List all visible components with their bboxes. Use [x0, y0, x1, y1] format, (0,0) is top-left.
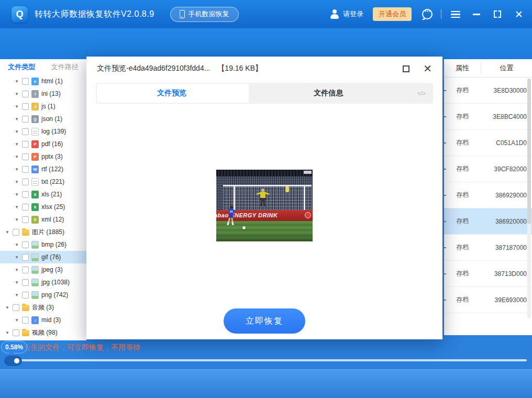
tree-checkbox[interactable]: [13, 329, 19, 336]
table-row[interactable]: 存档 C051A1D0: [444, 130, 532, 156]
expander-icon[interactable]: ▼: [15, 217, 21, 222]
expander-icon[interactable]: ▼: [15, 293, 21, 297]
modal-header: 文件预览-e4da49ad6f2910f3fdd4... 【19.16 KB】 …: [86, 57, 442, 81]
code-view-icon[interactable]: </>: [417, 83, 426, 104]
expander-icon[interactable]: ▼: [15, 104, 21, 109]
tree-checkbox[interactable]: [13, 304, 19, 311]
tree-checkbox[interactable]: [22, 317, 29, 324]
expander-icon[interactable]: ▼: [15, 280, 21, 285]
tree-item[interactable]: ▼ 音频 (3): [0, 301, 86, 314]
table-scrollbar-thumb[interactable]: [527, 79, 531, 224]
tree-checkbox[interactable]: [22, 254, 29, 261]
file-type-icon: i: [31, 90, 39, 98]
tree-item[interactable]: ▼ X xlsx (25): [0, 201, 86, 213]
expander-icon[interactable]: ▼: [15, 154, 21, 159]
minimize-button[interactable]: [473, 14, 480, 15]
scan-progress-handle[interactable]: [4, 356, 22, 366]
expander-icon[interactable]: ▼: [15, 205, 21, 209]
tab-file-path[interactable]: 文件路径: [43, 62, 87, 72]
tab-file-type[interactable]: 文件类型: [0, 62, 43, 72]
table-row[interactable]: 存档 3E8D30000: [444, 78, 532, 104]
tree-checkbox[interactable]: [22, 191, 29, 198]
tree-checkbox[interactable]: [22, 153, 29, 160]
tree-checkbox[interactable]: [22, 103, 29, 110]
expander-icon[interactable]: ▼: [15, 117, 21, 121]
tree-item[interactable]: ▼ {} json (1): [0, 113, 86, 125]
tree-item-label: js (1): [41, 103, 56, 110]
tree-checkbox[interactable]: [22, 241, 29, 248]
tree-checkbox[interactable]: [22, 91, 29, 97]
table-row[interactable]: 存档 38713D000: [444, 261, 532, 287]
table-row[interactable]: 存档 386929000: [444, 182, 532, 208]
scan-progress-badge: 0.58%: [1, 341, 27, 353]
table-row[interactable]: 存档 386920000: [444, 208, 532, 235]
tree-item[interactable]: ▼ gif (76): [0, 251, 86, 263]
expander-icon[interactable]: ▼: [15, 92, 21, 96]
expander-icon[interactable]: ▼: [15, 255, 21, 260]
expander-icon[interactable]: ▼: [5, 330, 12, 335]
tree-item[interactable]: ▼ bmp (26): [0, 238, 86, 251]
file-type-icon: [31, 178, 39, 186]
tree-item[interactable]: ▼ txt (221): [0, 175, 86, 188]
tree-item[interactable]: ▼ 图片 (1885): [0, 226, 86, 238]
expander-icon[interactable]: ▼: [15, 192, 21, 197]
tree-item[interactable]: ▼ ♪ mid (3): [0, 314, 86, 326]
modal-maximize-icon[interactable]: [403, 65, 409, 72]
tree-checkbox[interactable]: [22, 216, 29, 223]
close-button[interactable]: ✕: [515, 9, 523, 19]
tree-checkbox[interactable]: [22, 292, 29, 298]
table-row[interactable]: 存档 3E8BC4000: [444, 104, 532, 130]
expander-icon[interactable]: ▼: [5, 230, 12, 235]
app-title: 转转大师数据恢复软件V2.0.8.9: [35, 9, 154, 20]
expander-icon[interactable]: ▼: [15, 167, 21, 172]
table-row[interactable]: 存档 387187000: [444, 235, 532, 261]
expander-icon[interactable]: ▼: [15, 142, 21, 147]
tree-item[interactable]: ▼ P pdf (16): [0, 138, 86, 150]
customer-service-icon[interactable]: [422, 9, 433, 19]
tree-item-label: txt (221): [41, 178, 64, 185]
expander-icon[interactable]: ▼: [15, 79, 21, 84]
tree-item[interactable]: ▼ X xml (12): [0, 213, 86, 226]
tree-item[interactable]: ▼ J js (1): [0, 100, 86, 113]
vip-button[interactable]: 开通会员: [373, 7, 412, 21]
modal-close-icon[interactable]: ✕: [423, 63, 432, 74]
tree-checkbox[interactable]: [22, 141, 29, 148]
expander-icon[interactable]: ▼: [15, 242, 21, 247]
tree-item[interactable]: ▼ P pptx (3): [0, 150, 86, 163]
table-row[interactable]: 存档 39CF82000: [444, 156, 532, 182]
tree-checkbox[interactable]: [22, 166, 29, 173]
login-link[interactable]: 请登录: [343, 9, 363, 19]
tree-checkbox[interactable]: [22, 116, 29, 123]
tree-checkbox[interactable]: [13, 229, 19, 236]
tree-item[interactable]: ▼ W rtf (122): [0, 163, 86, 175]
expander-icon[interactable]: ▼: [15, 180, 21, 184]
tree-item[interactable]: ▼ jpg (1038): [0, 276, 86, 289]
tree-item[interactable]: ▼ i ini (13): [0, 87, 86, 100]
table-row[interactable]: 存档 39E693000: [444, 287, 532, 313]
expander-icon[interactable]: ▼: [15, 129, 21, 134]
table-scrollbar[interactable]: [527, 79, 531, 318]
expander-icon[interactable]: ▼: [5, 305, 12, 310]
tree-checkbox[interactable]: [22, 204, 29, 211]
tree-checkbox[interactable]: [22, 267, 29, 273]
tree-checkbox[interactable]: [22, 179, 29, 185]
tab-file-info[interactable]: 文件信息: [248, 83, 409, 104]
tree-item[interactable]: ▼ jpeg (3): [0, 263, 86, 276]
tree-item[interactable]: ▼ X xls (21): [0, 188, 86, 201]
recover-now-button[interactable]: 立即恢复: [224, 308, 305, 334]
tree-item[interactable]: ▼ png (742): [0, 289, 86, 301]
maximize-button[interactable]: [494, 10, 501, 18]
phone-recovery-button[interactable]: 手机数据恢复: [170, 7, 239, 22]
tree-checkbox[interactable]: [22, 279, 29, 286]
tree-item[interactable]: ▼ e html (1): [0, 75, 86, 87]
tree-item[interactable]: ▼ log (139): [0, 125, 86, 138]
tree-item[interactable]: ▼ 视频 (98): [0, 326, 86, 339]
scan-progress-track[interactable]: [5, 359, 527, 361]
expander-icon[interactable]: ▼: [15, 268, 21, 272]
menu-icon[interactable]: [451, 11, 460, 18]
file-type-icon: [22, 305, 29, 311]
tab-file-preview[interactable]: 文件预览: [96, 83, 248, 104]
expander-icon[interactable]: ▼: [15, 318, 21, 323]
tree-checkbox[interactable]: [22, 78, 29, 85]
tree-checkbox[interactable]: [22, 128, 29, 135]
